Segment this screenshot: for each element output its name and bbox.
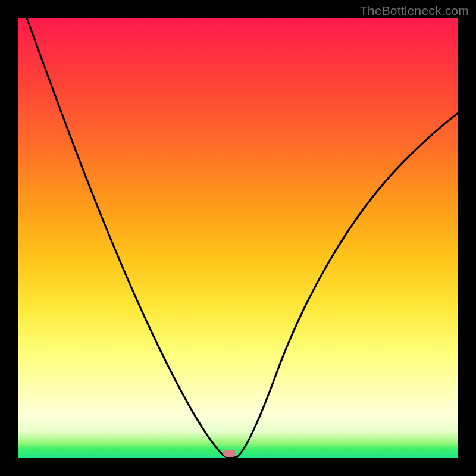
optimum-marker — [223, 450, 236, 457]
bottleneck-curve — [27, 18, 458, 458]
plot-area — [18, 18, 458, 458]
bottleneck-curve-svg — [18, 18, 458, 458]
watermark-text: TheBottleneck.com — [360, 4, 469, 18]
chart-frame: TheBottleneck.com — [0, 0, 476, 476]
